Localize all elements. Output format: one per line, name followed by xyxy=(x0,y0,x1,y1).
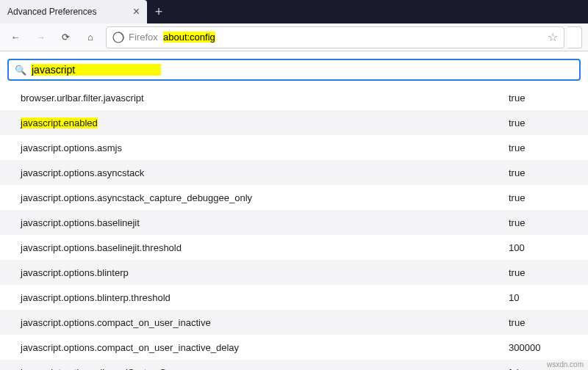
pref-name: browser.urlbar.filter.javascript xyxy=(21,92,509,104)
tab-advanced-preferences[interactable]: Advanced Preferences × xyxy=(0,0,147,23)
toolbar: ← → ⟳ ⌂ Firefox about:config ☆ xyxy=(0,23,588,51)
home-icon: ⌂ xyxy=(87,32,93,43)
pref-name: javascript.options.asyncstack_capture_de… xyxy=(21,192,509,203)
pref-row[interactable]: javascript.options.baselinejittrue xyxy=(0,210,588,235)
url-text: Firefox about:config xyxy=(129,32,215,43)
pref-name: javascript.options.baselinejit xyxy=(21,217,509,228)
pref-row[interactable]: javascript.options.blinterptrue xyxy=(0,260,588,285)
plus-icon: + xyxy=(155,4,163,20)
pref-name: javascript.options.blinterp xyxy=(21,267,509,278)
pref-value: true xyxy=(509,267,567,278)
reload-button[interactable]: ⟳ xyxy=(56,28,75,47)
pref-row[interactable]: javascript.enabledtrue xyxy=(0,110,588,135)
url-bar[interactable]: Firefox about:config ☆ xyxy=(106,26,564,48)
search-section: 🔍 xyxy=(0,51,588,85)
pref-value: true xyxy=(509,92,567,104)
pref-name: javascript.options.asyncstack xyxy=(21,167,509,178)
pref-value: 10 xyxy=(509,292,567,303)
close-icon[interactable]: × xyxy=(133,5,140,18)
reload-icon: ⟳ xyxy=(62,32,70,43)
preferences-list: browser.urlbar.filter.javascripttruejava… xyxy=(0,85,588,370)
back-icon: ← xyxy=(11,32,21,43)
pref-name: javascript.options.asmjs xyxy=(21,142,509,153)
pref-row[interactable]: javascript.options.asmjstrue xyxy=(0,135,588,160)
pref-row[interactable]: javascript.options.discardSystemSourcefa… xyxy=(0,360,588,370)
pref-value: true xyxy=(509,317,567,328)
bookmark-star-icon[interactable]: ☆ xyxy=(548,30,558,44)
pref-name: javascript.options.compact_on_user_inact… xyxy=(21,342,509,353)
pref-row[interactable]: javascript.options.blinterp.threshold10 xyxy=(0,285,588,310)
pref-row[interactable]: javascript.options.asyncstacktrue xyxy=(0,160,588,185)
pref-name: javascript.options.discardSystemSource xyxy=(21,367,509,371)
pref-row[interactable]: javascript.options.baselinejit.threshold… xyxy=(0,235,588,260)
pref-value: true xyxy=(509,117,567,128)
pref-row[interactable]: javascript.options.asyncstack_capture_de… xyxy=(0,185,588,210)
forward-button[interactable]: → xyxy=(31,28,50,47)
pref-name: javascript.options.compact_on_user_inact… xyxy=(21,317,509,328)
back-button[interactable]: ← xyxy=(6,28,25,47)
pref-row[interactable]: browser.urlbar.filter.javascripttrue xyxy=(0,85,588,110)
search-bar[interactable]: 🔍 xyxy=(7,59,581,81)
pref-value: true xyxy=(509,217,567,228)
pref-value: true xyxy=(509,192,567,203)
pref-name: javascript.options.blinterp.threshold xyxy=(21,292,509,303)
pref-value: 300000 xyxy=(509,342,567,353)
pref-row[interactable]: javascript.options.compact_on_user_inact… xyxy=(0,310,588,335)
search-icon: 🔍 xyxy=(15,65,26,76)
tab-title: Advanced Preferences xyxy=(7,7,96,17)
firefox-icon xyxy=(112,32,124,43)
pref-value: true xyxy=(509,142,567,153)
pref-value: 100 xyxy=(509,242,567,253)
new-tab-button[interactable]: + xyxy=(147,0,171,23)
pref-name: javascript.enabled xyxy=(21,117,509,128)
titlebar: Advanced Preferences × + xyxy=(0,0,588,23)
pref-name: javascript.options.baselinejit.threshold xyxy=(21,242,509,253)
toolbar-extra-button[interactable] xyxy=(567,26,582,48)
search-input[interactable] xyxy=(32,64,160,76)
forward-icon: → xyxy=(36,32,46,43)
pref-row[interactable]: javascript.options.compact_on_user_inact… xyxy=(0,335,588,360)
pref-value: true xyxy=(509,167,567,178)
home-button[interactable]: ⌂ xyxy=(81,28,100,47)
watermark: wsxdn.com xyxy=(547,360,584,369)
search-input-highlight xyxy=(31,64,161,76)
